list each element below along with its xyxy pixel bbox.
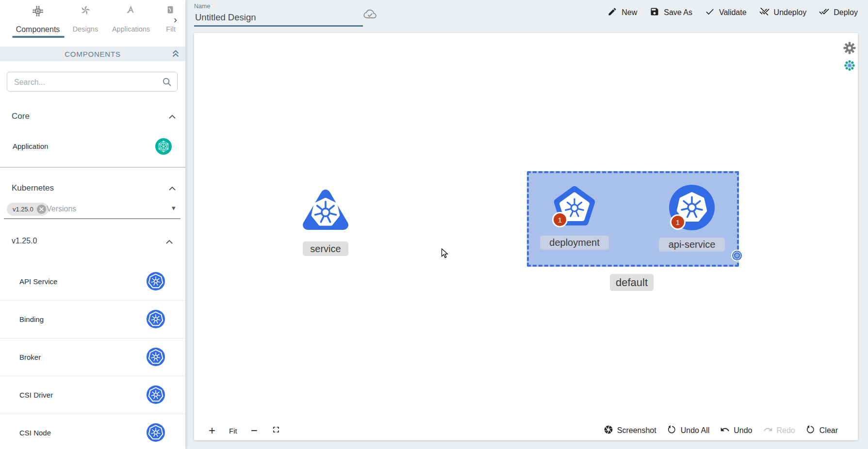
save-as-button-label: Save As bbox=[664, 8, 692, 17]
application-item-label: Application bbox=[13, 142, 48, 150]
save-icon bbox=[650, 7, 659, 18]
tab-filters[interactable]: Filt bbox=[156, 0, 185, 39]
version-group-collapse-chevron-icon[interactable] bbox=[165, 239, 174, 247]
design-name-underline bbox=[194, 25, 363, 27]
remove-version-icon[interactable] bbox=[37, 205, 46, 214]
versions-select[interactable]: v1.25.0 Versions ▾ bbox=[0, 203, 185, 218]
validate-button[interactable]: Validate bbox=[705, 7, 747, 18]
component-item-api-service[interactable]: API Service bbox=[0, 262, 185, 301]
fit-view-button[interactable]: Fit bbox=[229, 427, 237, 435]
collapse-panel-icon[interactable] bbox=[171, 48, 180, 62]
design-name-label: Name bbox=[194, 3, 210, 10]
clear-button-label: Clear bbox=[819, 426, 838, 435]
components-icon bbox=[32, 5, 44, 19]
tab-designs[interactable]: Designs bbox=[66, 0, 105, 39]
undeploy-button[interactable]: Undeploy bbox=[759, 6, 807, 18]
undo-button-label: Undo bbox=[734, 426, 752, 435]
kubernetes-section-title: Kubernetes bbox=[12, 183, 54, 193]
item-label: Broker bbox=[19, 353, 41, 361]
item-label: Binding bbox=[19, 315, 44, 323]
node-label-api-service[interactable]: api-service bbox=[659, 238, 725, 252]
component-item-broker[interactable]: Broker bbox=[0, 338, 185, 376]
new-button[interactable]: New bbox=[607, 7, 637, 18]
undo-all-button[interactable]: Undo All bbox=[667, 425, 710, 436]
undo-all-button-label: Undo All bbox=[681, 426, 710, 435]
node-label-deployment[interactable]: deployment bbox=[540, 236, 609, 250]
version-group-title: v1.25.0 bbox=[12, 237, 37, 245]
check-icon bbox=[705, 7, 715, 18]
search-icon[interactable] bbox=[162, 77, 172, 89]
screenshot-button[interactable]: Screenshot bbox=[604, 425, 656, 436]
version-chip-label: v1.25.0 bbox=[13, 206, 33, 213]
tab-components[interactable]: Components bbox=[4, 0, 72, 39]
new-button-label: New bbox=[622, 8, 637, 17]
clear-restore-icon bbox=[806, 425, 816, 436]
tab-filters-label: Filt bbox=[156, 25, 185, 33]
undo-button[interactable]: Undo bbox=[720, 425, 752, 436]
node-service[interactable] bbox=[301, 187, 350, 235]
more-tabs-chevron-icon[interactable]: › bbox=[174, 14, 177, 25]
component-item-binding[interactable]: Binding bbox=[0, 300, 185, 338]
search-input[interactable] bbox=[13, 72, 161, 92]
tab-applications[interactable]: Applications bbox=[108, 0, 154, 39]
kubernetes-icon bbox=[147, 385, 165, 404]
versions-underline bbox=[4, 218, 180, 219]
component-item-application[interactable]: Application bbox=[0, 135, 185, 158]
tab-applications-label: Applications bbox=[108, 25, 154, 33]
deploy-button-label: Deploy bbox=[834, 8, 858, 17]
node-label-service[interactable]: service bbox=[303, 241, 348, 256]
design-actions-toolbar: New Save As Validate Undeploy Deploy bbox=[607, 6, 858, 18]
fullscreen-button[interactable] bbox=[271, 425, 281, 436]
group-label-default[interactable]: default bbox=[610, 274, 654, 291]
item-label: CSI Driver bbox=[19, 391, 53, 399]
cloud-saved-icon bbox=[363, 8, 377, 21]
double-check-slash-icon bbox=[759, 6, 770, 18]
tab-designs-label: Designs bbox=[66, 25, 105, 33]
versions-placeholder: Versions bbox=[47, 205, 76, 213]
camera-shutter-icon bbox=[604, 425, 613, 436]
applications-icon bbox=[126, 5, 136, 17]
api-service-count-badge: 1 bbox=[670, 214, 686, 230]
versions-dropdown-caret-icon[interactable]: ▾ bbox=[172, 204, 176, 212]
version-chip[interactable]: v1.25.0 bbox=[7, 203, 49, 216]
canvas-settings-gear-icon[interactable] bbox=[843, 42, 856, 56]
section-divider bbox=[0, 167, 185, 168]
meshery-application-icon[interactable] bbox=[155, 138, 172, 157]
components-sidebar: Components Designs bbox=[0, 0, 185, 449]
history-toolbar: Screenshot Undo All Undo Redo Clear bbox=[604, 421, 838, 440]
redo-arrow-icon bbox=[763, 425, 773, 436]
item-label: CSI Node bbox=[19, 429, 51, 437]
kubernetes-icon bbox=[147, 348, 165, 366]
kubernetes-icon bbox=[147, 310, 165, 328]
tab-components-label: Components bbox=[4, 25, 72, 34]
core-collapse-chevron-icon[interactable] bbox=[168, 113, 177, 122]
save-as-button[interactable]: Save As bbox=[650, 7, 692, 18]
component-item-csi-node[interactable]: CSI Node bbox=[0, 414, 185, 449]
core-section-title: Core bbox=[12, 112, 30, 121]
screenshot-button-label: Screenshot bbox=[617, 426, 656, 435]
item-label: API Service bbox=[19, 277, 57, 286]
group-kubernetes-badge-icon[interactable] bbox=[731, 250, 743, 261]
zoom-out-button[interactable]: − bbox=[251, 425, 258, 436]
deploy-button[interactable]: Deploy bbox=[819, 6, 858, 18]
search-box bbox=[7, 72, 178, 92]
zoom-in-button[interactable]: + bbox=[209, 425, 215, 436]
kubernetes-icon bbox=[147, 272, 165, 290]
zoom-toolbar: + Fit − bbox=[209, 421, 281, 440]
restore-icon bbox=[667, 425, 677, 436]
pencil-icon bbox=[607, 7, 617, 18]
meshery-extension-page: Components Designs bbox=[0, 0, 868, 449]
active-tab-indicator bbox=[12, 36, 65, 38]
design-name-input[interactable] bbox=[194, 11, 361, 24]
redo-button[interactable]: Redo bbox=[763, 425, 795, 436]
design-canvas[interactable]: service 1 deployment 1 api-service bbox=[194, 33, 858, 440]
clear-button[interactable]: Clear bbox=[806, 425, 838, 436]
double-check-icon bbox=[819, 6, 829, 18]
deployment-count-badge: 1 bbox=[552, 212, 568, 227]
component-item-csi-driver[interactable]: CSI Driver bbox=[0, 376, 185, 414]
kubernetes-collapse-chevron-icon[interactable] bbox=[168, 185, 177, 194]
components-panel-title: COMPONENTS bbox=[65, 50, 121, 58]
kubernetes-context-icon[interactable] bbox=[844, 60, 855, 73]
undeploy-button-label: Undeploy bbox=[774, 8, 807, 17]
validate-button-label: Validate bbox=[719, 8, 747, 17]
